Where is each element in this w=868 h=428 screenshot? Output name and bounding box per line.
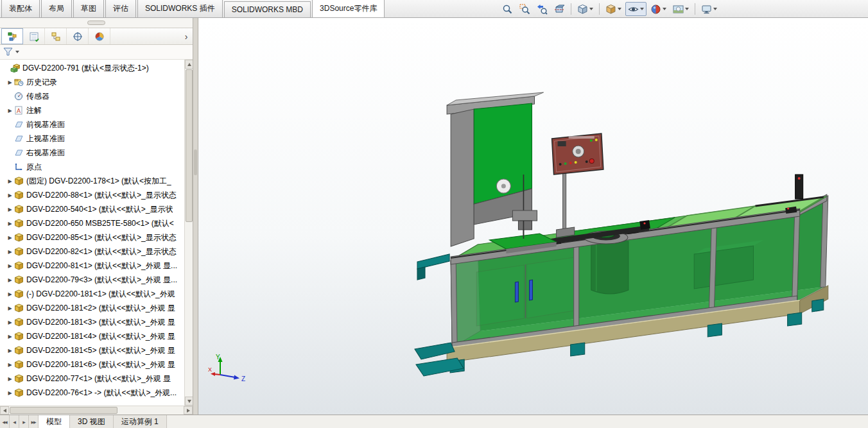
splitter-grip[interactable]: [194, 150, 197, 175]
expand-arrow-icon[interactable]: [6, 193, 14, 198]
view-orientation-button[interactable]: [575, 2, 596, 16]
previous-view-button[interactable]: [534, 2, 550, 16]
panel-flyout-arrow[interactable]: [182, 30, 190, 43]
tree-item[interactable]: DGV-D2200-76<1> -> (默认<<默认>_外观...: [0, 386, 184, 400]
tree-item[interactable]: DGV-D2200-82<1> (默认<<默认>_显示状态: [0, 244, 184, 259]
expand-arrow-icon[interactable]: [6, 249, 14, 255]
tree-item[interactable]: DGV-D2200-540<1> (默认<<默认>_显示状: [0, 202, 184, 216]
drag-handle[interactable]: [87, 21, 105, 25]
expand-arrow-icon[interactable]: [6, 334, 14, 339]
ribbon-tab-addins[interactable]: SOLIDWORKS 插件: [137, 0, 223, 17]
tree-item[interactable]: A 注解: [0, 103, 184, 117]
tree-item[interactable]: 上视基准面: [0, 132, 184, 146]
expand-arrow-icon[interactable]: [6, 291, 14, 297]
tree-item-label: 右视基准面: [26, 148, 65, 158]
ribbon-tab-mbd[interactable]: SOLIDWORKS MBD: [224, 1, 311, 17]
part-icon: [14, 219, 24, 228]
tree-horizontal-scrollbar[interactable]: [0, 406, 193, 415]
expand-arrow-icon[interactable]: [6, 390, 14, 396]
machine-3d-model[interactable]: [198, 18, 868, 415]
tree-item[interactable]: 传感器: [0, 89, 184, 103]
panel-splitter[interactable]: [193, 18, 198, 415]
tree-item[interactable]: DGV-D2200-85<1> (默认<<默认>_显示状态: [0, 230, 184, 244]
scrollbar-thumb[interactable]: [186, 69, 193, 222]
expand-arrow-icon[interactable]: [6, 305, 14, 311]
display-style-button[interactable]: [603, 2, 624, 16]
graphics-viewport[interactable]: Y Z X: [198, 18, 868, 415]
part-icon: [14, 191, 24, 200]
tree-item[interactable]: (-) DGV-D2200-181<1> (默认<<默认>_外观: [0, 287, 184, 301]
zoom-to-fit-button[interactable]: [499, 2, 516, 16]
tab-configurationmanager[interactable]: [45, 28, 67, 44]
view-settings-button[interactable]: [699, 2, 720, 16]
scroll-down-button[interactable]: [185, 397, 193, 406]
ribbon-tab-layout[interactable]: 布局: [41, 0, 72, 17]
tree-item-label: DGV-D2200-79<3> (默认<<默认>_外观 显...: [26, 275, 177, 286]
expand-arrow-icon[interactable]: [6, 376, 14, 382]
apply-scene-button[interactable]: [670, 2, 691, 16]
expand-arrow-icon[interactable]: [6, 80, 14, 85]
ribbon-tab-sketch[interactable]: 草图: [73, 0, 104, 17]
expand-arrow-icon[interactable]: [6, 320, 14, 325]
tab-scroll-next-button[interactable]: [19, 415, 29, 428]
appearance-ball-icon: [650, 4, 661, 15]
scroll-up-button[interactable]: [185, 60, 193, 69]
zoom-to-area-button[interactable]: [517, 2, 533, 16]
tree-item-label: DGV-D2200-88<1> (默认<<默认>_显示状态: [26, 190, 177, 201]
tree-item[interactable]: 原点: [0, 160, 184, 174]
dimxpert-target-icon: [73, 31, 83, 42]
tab-propertymanager[interactable]: [23, 28, 45, 44]
tree-filter-row: [0, 45, 193, 60]
tab-dimxpertmanager[interactable]: [67, 28, 89, 44]
expand-arrow-icon[interactable]: [6, 108, 14, 114]
expand-arrow-icon[interactable]: [6, 362, 14, 368]
tree-item[interactable]: DGV-D2200-181<3> (默认<<默认>_外观 显: [0, 315, 184, 329]
tree-item[interactable]: DGV-D2200-81<1> (默认<<默认>_外观 显...: [0, 259, 184, 273]
tree-item-label: DGV-D2200-181<3> (默认<<默认>_外观 显: [26, 317, 175, 328]
section-view-button[interactable]: [551, 2, 568, 16]
tab-scroll-prev-button[interactable]: [10, 415, 19, 428]
tree-item[interactable]: DGV-D2200-181<2> (默认<<默认>_外观 显: [0, 301, 184, 315]
ribbon-tab-3dsource[interactable]: 3DSource零件库: [312, 0, 385, 17]
tab-featuremanager[interactable]: [1, 28, 23, 44]
tree-item[interactable]: DGV-D2200-181<6> (默认<<默认>_外观 显: [0, 357, 184, 372]
expand-arrow-icon[interactable]: [6, 235, 14, 241]
expand-arrow-icon[interactable]: [6, 207, 14, 212]
expand-arrow-icon[interactable]: [6, 178, 14, 184]
expand-arrow-icon[interactable]: [6, 348, 14, 354]
tree-item[interactable]: DGV-D2200-181<4> (默认<<默认>_外观 显: [0, 329, 184, 343]
dropdown-caret-icon[interactable]: [15, 51, 19, 53]
tree-item[interactable]: DGV-D2200-79<3> (默认<<默认>_外观 显...: [0, 273, 184, 287]
tree-item[interactable]: DGV-D2200-77<1> (默认<<默认>_外观 显: [0, 372, 184, 386]
ribbon-tab-evaluate[interactable]: 评估: [105, 0, 136, 17]
tab-scroll-first-button[interactable]: [0, 415, 10, 428]
tab-displaymanager[interactable]: [89, 28, 110, 44]
tree-item[interactable]: (固定) DGV-D2200-178<1> (默认<按加工_: [0, 174, 184, 188]
scroll-left-button[interactable]: [0, 406, 9, 415]
panel-drag-strip[interactable]: [0, 18, 193, 28]
sensors-icon: [14, 92, 24, 101]
scroll-right-button[interactable]: [184, 406, 193, 415]
tree-item[interactable]: DGV-D2200-181<5> (默认<<默认>_外观 显: [0, 343, 184, 357]
bottom-tab-motion-study[interactable]: 运动算例 1: [114, 415, 167, 428]
tree-item[interactable]: 历史记录: [0, 75, 184, 89]
ribbon-tab-assembly[interactable]: 装配体: [1, 0, 40, 17]
tree-item[interactable]: 右视基准面: [0, 146, 184, 160]
tree-item[interactable]: DGV-D2200-88<1> (默认<<默认>_显示状态: [0, 188, 184, 202]
tree-item-root[interactable]: DGV-D2200-791 (默认<显示状态-1>): [0, 61, 184, 75]
tree-vertical-scrollbar[interactable]: [184, 60, 193, 406]
bottom-tab-model[interactable]: 模型: [39, 415, 70, 428]
edit-appearance-button[interactable]: [648, 2, 669, 16]
expand-arrow-icon[interactable]: [6, 263, 14, 269]
tree-item[interactable]: 前视基准面: [0, 117, 184, 132]
featuremanager-panel: DGV-D2200-791 (默认<显示状态-1>) 历史记录 传感器 A 注解: [0, 18, 193, 415]
expand-arrow-icon[interactable]: [6, 221, 14, 227]
tree-item[interactable]: DGV-D2200-650 MSB25TE-580<1> (默认<: [0, 216, 184, 230]
tab-scroll-last-button[interactable]: [29, 415, 39, 428]
expand-arrow-icon[interactable]: [6, 277, 14, 283]
filter-funnel-icon[interactable]: [3, 47, 13, 56]
bottom-tab-3d-views[interactable]: 3D 视图: [70, 415, 114, 428]
toolbar-separator: [599, 3, 600, 15]
scrollbar-thumb[interactable]: [10, 407, 117, 414]
hide-show-items-button[interactable]: [625, 2, 647, 16]
